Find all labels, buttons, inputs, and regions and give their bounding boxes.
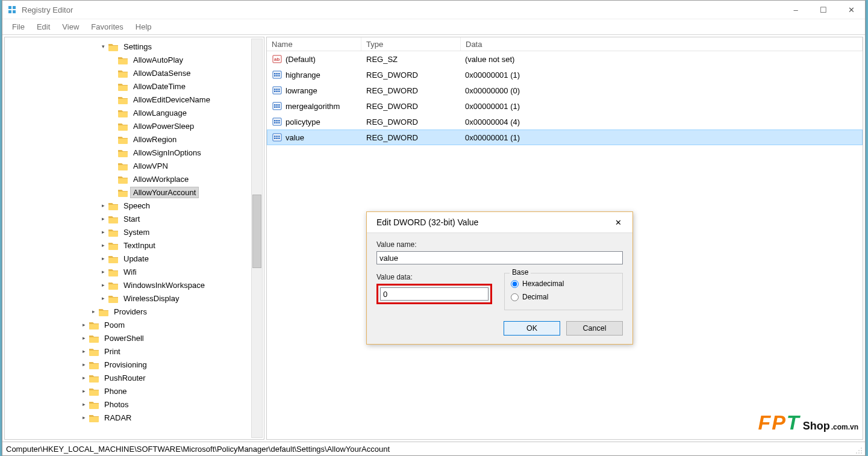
tree-pane[interactable]: ▾Settings▸AllowAutoPlay▸AllowDataSense▸A… [4,37,264,440]
dialog-close-button[interactable]: ✕ [610,214,626,231]
chevron-right-icon[interactable]: ▸ [99,269,107,275]
tree-item[interactable]: ▸AllowDataSense [5,66,264,80]
menu-file[interactable]: File [6,20,31,33]
ok-button[interactable]: OK [504,321,560,336]
tree-item[interactable]: ▸Photos [5,398,264,411]
tree-item[interactable]: ▸Start [5,212,264,225]
tree-item[interactable]: ▸Providers [5,305,264,318]
tree-scrollbar[interactable] [251,39,263,438]
chevron-right-icon[interactable]: ▸ [99,229,107,235]
tree-item[interactable]: ▸Provisioning [5,358,264,371]
tree-item[interactable]: ▸WirelessDisplay [5,292,264,305]
value-data: 0x00000001 (1) [460,133,862,142]
maximize-button[interactable]: ☐ [810,1,837,19]
value-row[interactable]: (Default)REG_SZ(value not set) [267,51,863,67]
tree-item-label: AllowSignInOptions [130,147,204,158]
tree-item[interactable]: ▸AllowLanguage [5,106,264,119]
tree-item[interactable]: ▸Phone [5,384,264,398]
tree-item[interactable]: ▸Poom [5,318,264,331]
tree-item[interactable]: ▸AllowEditDeviceName [5,93,264,106]
chevron-right-icon[interactable]: ▸ [99,202,107,208]
tree-item[interactable]: ▸Wifi [5,265,264,278]
tree-item[interactable]: ▸AllowYourAccount [5,186,264,199]
menu-edit[interactable]: Edit [31,20,56,33]
cancel-button[interactable]: Cancel [566,321,623,336]
tree-item[interactable]: ▸AllowDateTime [5,80,264,93]
folder-icon [118,69,128,78]
chevron-right-icon[interactable]: ▸ [80,348,88,354]
close-button[interactable]: ✕ [837,1,865,19]
tree-item[interactable]: ▸Update [5,252,264,265]
value-data-input[interactable] [380,287,489,301]
folder-icon [118,96,128,104]
tree-item[interactable]: ▸Speech [5,199,264,212]
chevron-right-icon[interactable]: ▸ [99,242,107,248]
chevron-down-icon[interactable]: ▾ [99,43,107,49]
chevron-right-icon[interactable]: ▸ [99,216,107,222]
value-type: REG_DWORD [361,117,460,126]
chevron-right-icon[interactable]: ▸ [80,322,88,328]
value-name: (Default) [286,55,316,64]
tree-item[interactable]: ▸RADAR [5,411,264,424]
chevron-right-icon[interactable]: ▸ [80,388,88,394]
radio-hex-input[interactable] [511,280,519,288]
tree-item[interactable]: ▸Print [5,345,264,358]
folder-icon [89,414,99,422]
chevron-right-icon[interactable]: ▸ [99,282,107,288]
chevron-right-icon[interactable]: ▸ [99,255,107,261]
tree-item[interactable]: ▸AllowPowerSleep [5,119,264,133]
chevron-right-icon[interactable]: ▸ [80,401,88,407]
menu-help[interactable]: Help [130,20,158,33]
column-name[interactable]: Name [267,37,361,51]
chevron-right-icon[interactable]: ▸ [99,295,107,301]
value-type: REG_DWORD [361,133,460,142]
minimize-button[interactable]: – [782,1,810,19]
value-name-input[interactable] [376,251,623,264]
edit-dword-dialog[interactable]: Edit DWORD (32-bit) Value ✕ Value name: … [366,211,633,345]
value-row[interactable]: valueREG_DWORD0x00000001 (1) [267,130,863,145]
column-type[interactable]: Type [361,37,461,51]
folder-icon [89,361,99,369]
tree-item[interactable]: ▸AllowRegion [5,133,264,146]
menubar: File Edit View Favorites Help [2,19,865,35]
titlebar[interactable]: Registry Editor – ☐ ✕ [2,1,865,19]
tree-item[interactable]: ▸TextInput [5,239,264,252]
tree-item[interactable]: ▸AllowVPN [5,159,264,172]
value-name: lowrange [286,86,317,95]
tree-item[interactable]: ▾Settings [5,40,264,53]
value-row[interactable]: mergealgorithmREG_DWORD0x00000001 (1) [267,98,863,114]
tree-item-label: AllowYourAccount [130,187,199,198]
tree-item[interactable]: ▸WindowsInkWorkspace [5,278,264,292]
dialog-titlebar[interactable]: Edit DWORD (32-bit) Value ✕ [367,212,632,233]
tree-item-label: WindowsInkWorkspace [120,280,208,291]
value-row[interactable]: highrangeREG_DWORD0x00000001 (1) [267,67,863,83]
tree-item[interactable]: ▸PowerShell [5,331,264,345]
menu-view[interactable]: View [56,20,85,33]
chevron-right-icon[interactable]: ▸ [80,375,88,381]
tree-item[interactable]: ▸System [5,225,264,239]
folder-icon [108,242,118,250]
value-name: highrange [286,70,320,80]
chevron-right-icon[interactable]: ▸ [80,361,88,367]
tree-item[interactable]: ▸AllowWorkplace [5,172,264,186]
tree-item-label: PowerShell [101,333,147,344]
resize-grip[interactable] [854,446,864,455]
radio-hex[interactable]: Hexadecimal [511,277,616,290]
menu-favorites[interactable]: Favorites [85,20,129,33]
tree-item-label: System [120,226,152,238]
tree-item[interactable]: ▸AllowSignInOptions [5,146,264,159]
radio-dec[interactable]: Decimal [511,290,616,304]
columns-header[interactable]: Name Type Data [267,37,863,51]
value-row[interactable]: policytypeREG_DWORD0x00000004 (4) [267,114,863,130]
tree-item[interactable]: ▸PushRouter [5,371,264,384]
chevron-right-icon[interactable]: ▸ [80,335,88,341]
value-row[interactable]: lowrangeREG_DWORD0x00000000 (0) [267,83,863,98]
chevron-right-icon[interactable]: ▸ [89,308,98,314]
tree-scroll-thumb[interactable] [252,195,261,268]
column-data[interactable]: Data [461,37,863,51]
minimize-icon: – [793,5,798,14]
radio-dec-input[interactable] [511,293,519,301]
tree-item-label: AllowEditDeviceName [130,94,213,105]
tree-item[interactable]: ▸AllowAutoPlay [5,53,264,66]
chevron-right-icon[interactable]: ▸ [80,414,88,420]
